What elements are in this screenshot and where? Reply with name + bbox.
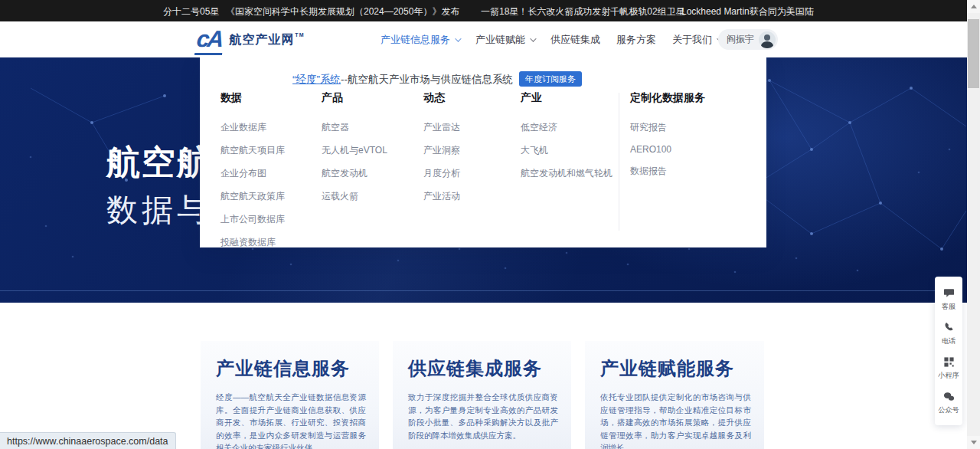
column-header: 产业 [521,91,619,105]
nav-item-service-solutions[interactable]: 服务方案 [616,33,656,47]
menu-link[interactable]: 企业数据库 [220,121,322,134]
floating-contact-panel: 客服 电话 小程序 公众号 [935,277,962,425]
menu-link[interactable]: 运载火箭 [322,190,423,203]
dropdown-column-custom-services: 定制化数据服务 研究报告 AERO100 数据报告 [630,91,705,249]
card-body: 依托专业团队提供定制化的市场咨询与供应链管理指导，帮助企业精准定位目标市场，搭建… [600,391,751,449]
menu-link[interactable]: 航空发动机 [322,167,423,180]
wechat-official-button[interactable]: 公众号 [935,386,962,421]
hero-heading-line2: 数据与 [106,189,212,231]
menu-link[interactable]: 投融资数据库 [220,236,322,249]
phone-button[interactable]: 电话 [935,317,962,352]
chat-icon [943,287,955,299]
service-card-industry-chain-info[interactable]: 产业链信息服务 经度——航空航天全产业链数据信息资源库。全面提升产业链商业信息获… [201,341,379,449]
menu-link[interactable]: AERO100 [630,144,705,155]
ticker-item[interactable]: 《国家空间科学中长期发展规划（2024—2050年）》发布 [226,5,459,18]
card-body: 经度——航空航天全产业链数据信息资源库。全面提升产业链商业信息获取、供应商开发、… [216,391,366,449]
miniprogram-icon [943,356,955,368]
menu-link[interactable]: 航空发动机和燃气轮机 [521,167,619,180]
user-account-button[interactable]: 阎振宇 [718,29,778,50]
dropdown-column-data: 数据 企业数据库 航空航天项目库 企业分布图 航空航天政策库 上市公司数据库 投… [220,91,322,249]
nav-item-industry-chain-info[interactable]: 产业链信息服务 [381,33,459,47]
scrollbar-thumb[interactable] [968,19,979,88]
jingdu-system-link[interactable]: “经度”系统 [292,74,341,85]
menu-link[interactable]: 产业雷达 [423,121,521,134]
card-body: 致力于深度挖掘并整合全球优质供应商资源，为客户量身定制专业高效的产品研发阶段小批… [408,391,558,441]
menu-link[interactable]: 数据报告 [630,165,705,178]
dropdown-header: “经度”系统--航空航天产业市场与供应链信息系统年度订阅服务 [154,71,720,87]
chevron-down-icon [530,35,536,41]
column-header: 产品 [322,91,423,105]
float-label: 电话 [942,336,956,346]
column-header: 数据 [220,91,322,105]
menu-link[interactable]: 航空航天政策库 [220,190,322,203]
scrollbar-down-button[interactable] [967,436,980,449]
card-title: 产业链信息服务 [216,356,366,381]
scrollbar-up-button[interactable] [967,0,980,13]
menu-link[interactable]: 航空航天项目库 [220,144,322,157]
column-header: 动态 [423,91,521,105]
browser-scrollbar[interactable] [967,0,980,449]
dropdown-column-products: 产品 航空器 无人机与eVTOL 航空发动机 运载火箭 [322,91,423,249]
column-divider [619,93,619,231]
float-label: 公众号 [938,405,959,415]
ticker-item[interactable]: Lockheed Martin获合同为美国陆 [681,5,814,18]
float-label: 客服 [942,302,956,312]
service-card-industry-chain-enable[interactable]: 产业链赋能服务 依托专业团队提供定制化的市场咨询与供应链管理指导，帮助企业精准定… [585,341,764,449]
miniprogram-button[interactable]: 小程序 [935,352,962,386]
dropdown-column-trends: 动态 产业雷达 产业洞察 月度分析 产业活动 [423,91,521,249]
menu-link[interactable]: 产业活动 [423,190,521,203]
ticker-item[interactable]: 一箭18星！长六改火箭成功发射千帆极轨02组卫星 [481,5,685,18]
ticker-item[interactable]: 分十二号05星 [163,5,219,18]
dropdown-title: --航空航天产业市场与供应链信息系统 [341,74,513,85]
navbar: cA 航空产业网TM 产业链信息服务 产业链赋能 供应链集成 服务方案 关于我们… [0,21,980,57]
menu-link[interactable]: 产业洞察 [423,144,521,157]
main-menu: 产业链信息服务 产业链赋能 供应链集成 服务方案 关于我们 英文站 [381,21,767,57]
logo-wordmark: 航空产业网TM [229,32,304,48]
menu-link[interactable]: 企业分布图 [220,167,322,180]
card-title: 供应链集成服务 [408,356,558,381]
hero-heading-line1: 航空航 [106,140,212,185]
logo-mark-icon: cA [194,25,225,55]
menu-link[interactable]: 航空器 [322,121,423,134]
dropdown-columns: 数据 企业数据库 航空航天项目库 企业分布图 航空航天政策库 上市公司数据库 投… [220,91,705,249]
menu-link[interactable]: 上市公司数据库 [220,213,322,226]
annual-subscription-badge[interactable]: 年度订阅服务 [519,71,582,87]
wechat-icon [943,391,955,402]
chevron-down-icon [455,35,461,41]
user-avatar [759,31,776,48]
nav-item-industry-chain-enable[interactable]: 产业链赋能 [475,33,534,47]
user-name: 阎振宇 [727,33,754,46]
menu-link[interactable]: 研究报告 [630,121,705,134]
mega-dropdown-menu: “经度”系统--航空航天产业市场与供应链信息系统年度订阅服务 数据 企业数据库 … [200,57,766,247]
phone-icon [943,322,955,333]
trademark-symbol: TM [295,32,304,38]
menu-link[interactable]: 大飞机 [521,144,619,157]
nav-item-supply-chain-integration[interactable]: 供应链集成 [550,33,600,47]
float-label: 小程序 [938,371,959,381]
arrow-down-icon [971,441,977,444]
site-logo[interactable]: cA 航空产业网TM [196,25,304,55]
service-card-supply-chain-integration[interactable]: 供应链集成服务 致力于深度挖掘并整合全球优质供应商资源，为客户量身定制专业高效的… [393,341,571,449]
page: 分十二号05星 《国家空间科学中长期发展规划（2024—2050年）》发布 一箭… [0,0,980,449]
menu-link[interactable]: 无人机与eVTOL [322,144,423,157]
card-title: 产业链赋能服务 [600,356,751,381]
hero-horizon-line [0,290,943,291]
menu-link[interactable]: 低空经济 [521,121,619,134]
menu-link[interactable]: 月度分析 [423,167,521,180]
link-preview-url: https://www.chinaaerospace.com/data [7,436,168,447]
arrow-up-icon [971,5,977,8]
link-preview-statusbar: https://www.chinaaerospace.com/data [0,432,176,449]
nav-item-about-us[interactable]: 关于我们 [672,33,721,47]
customer-service-button[interactable]: 客服 [935,283,962,317]
news-ticker: 分十二号05星 《国家空间科学中长期发展规划（2024—2050年）》发布 一箭… [0,0,980,21]
dropdown-column-industry: 产业 低空经济 大飞机 航空发动机和燃气轮机 [521,91,619,249]
column-header: 定制化数据服务 [630,91,705,105]
